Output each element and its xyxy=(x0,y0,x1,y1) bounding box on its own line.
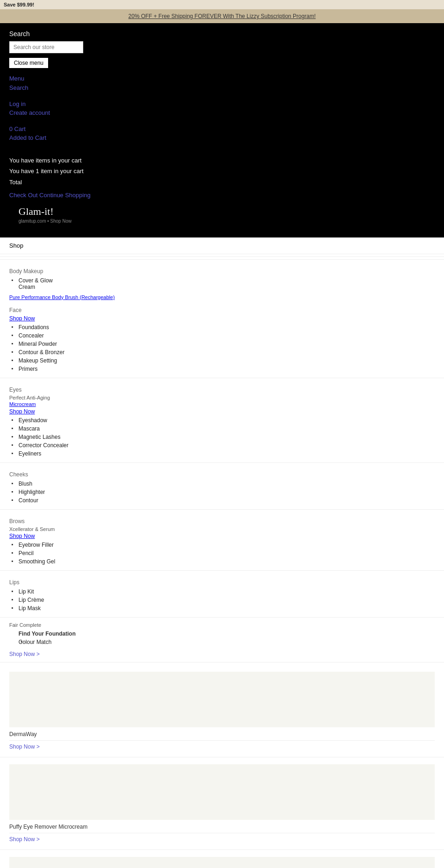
cart-total: Total xyxy=(9,177,435,187)
nav-search-link[interactable]: Search xyxy=(9,84,435,91)
product-puffy-eye: Puffy Eye Remover Microcream Shop Now > xyxy=(0,757,444,850)
list-item[interactable]: Eyebrow Filler xyxy=(9,541,435,549)
product-shop-now-link[interactable]: Shop Now > xyxy=(9,743,40,750)
top-nav-shop[interactable]: Shop xyxy=(0,237,444,254)
product-dermaWay: DermaWay Shop Now > xyxy=(0,665,444,757)
search-panel: Search Close menu Menu Search Log in Cre… xyxy=(0,23,444,237)
save-badge[interactable]: Save $99.99! xyxy=(0,0,38,9)
cheeks-section: Cheeks Blush Highlighter Contour xyxy=(0,465,444,507)
magnetic-lashes-link[interactable]: Magnetic Lashes xyxy=(18,434,61,440)
shop-now-link[interactable]: Shop Now xyxy=(9,315,35,322)
face-section: Face Shop Now Foundations Concealer Mine… xyxy=(0,301,444,375)
lips-title: Lips xyxy=(9,579,435,586)
shop-now-brows-link[interactable]: Shop Now xyxy=(9,533,35,539)
list-item[interactable]: Mineral Powder xyxy=(9,340,435,348)
product-image xyxy=(9,764,435,820)
cheeks-list: Blush Highlighter Contour xyxy=(9,480,435,505)
list-item[interactable]: Lip Crème xyxy=(9,596,435,604)
lips-list: Lip Kit Lip Crème Lip Mask xyxy=(9,587,435,612)
product-real-complexion: Real Complexion Cream Shop Now > xyxy=(0,850,444,868)
microcream-link[interactable]: Microcream xyxy=(9,401,36,407)
xcellerator-text: Xcellerator & Serum xyxy=(9,526,55,532)
product-image xyxy=(9,857,435,868)
list-item[interactable]: Primers xyxy=(9,365,435,373)
product-shop-now-link[interactable]: Shop Now > xyxy=(9,836,40,843)
colour-match-link[interactable]: Colour Match xyxy=(18,639,51,645)
cover-glow-link[interactable]: Cover & GlowCream xyxy=(18,277,53,290)
face-list: Foundations Concealer Mineral Powder Con… xyxy=(9,323,435,373)
continue-shopping-link[interactable]: Continue Shopping xyxy=(39,192,91,199)
list-item[interactable]: Eyeshadow xyxy=(9,416,435,425)
lip-creme-link[interactable]: Lip Crème xyxy=(18,597,44,603)
list-item[interactable]: Cover & GlowCream xyxy=(9,276,435,291)
logo-text: Glam-it! xyxy=(18,206,426,218)
eyebrow-filler-link[interactable]: Eyebrow Filler xyxy=(18,542,54,548)
shop-now-eyes-overlap: Shop Now xyxy=(9,408,435,415)
list-item[interactable]: Blush xyxy=(9,480,435,488)
cart-info: You have items in your cart You have 1 i… xyxy=(9,155,435,201)
list-item[interactable]: Eyeliners xyxy=(9,450,435,458)
shop-now-bottom-link[interactable]: Shop Now > xyxy=(0,649,444,660)
cart-items-text: You have items in your cart xyxy=(9,155,435,166)
body-makeup-list: Cover & GlowCream xyxy=(9,276,435,291)
eyeshadow-link[interactable]: Eyeshadow xyxy=(18,417,47,424)
list-item[interactable]: Foundations xyxy=(9,323,435,331)
body-makeup-section: Body Makeup Cover & GlowCream xyxy=(0,262,444,293)
lip-kit-link[interactable]: Lip Kit xyxy=(18,588,34,595)
list-item[interactable]: Lip Kit xyxy=(9,587,435,596)
find-foundation-header: Find Your Foundation xyxy=(9,629,435,638)
blush-link[interactable]: Blush xyxy=(18,481,32,487)
list-item[interactable]: Mascara xyxy=(9,425,435,433)
nav-login-link[interactable]: Log in xyxy=(9,100,435,107)
list-item[interactable]: Concealer xyxy=(9,331,435,340)
perfect-anti-aging-text: Perfect Anti-Aging xyxy=(9,395,50,400)
cart-link[interactable]: 0 Cart xyxy=(9,125,435,132)
shop-now-overlap: Shop Now xyxy=(9,315,435,322)
save-badge-link[interactable]: Save $99.99! xyxy=(4,2,34,7)
nav-menu-link[interactable]: Menu xyxy=(9,75,435,82)
close-menu-button[interactable]: Close menu xyxy=(9,58,48,68)
shop-link[interactable]: Shop xyxy=(9,242,23,249)
shop-now-eyes-link[interactable]: Shop Now xyxy=(9,408,35,415)
eyes-list: Eyeshadow Mascara Magnetic Lashes Correc… xyxy=(9,416,435,458)
brows-title: Brows xyxy=(9,518,435,525)
pure-performance-link[interactable]: Pure Performance Body Brush (Rechargeabl… xyxy=(9,294,115,300)
find-foundation-section: Fair Complete Find Your Foundation Colou… xyxy=(0,620,444,649)
colour-match-item[interactable]: Colour Match xyxy=(9,638,435,646)
list-item[interactable]: Corrector Concealer xyxy=(9,441,435,450)
added-to-cart-link[interactable]: Added to Cart xyxy=(9,134,435,141)
eyeliners-link[interactable]: Eyeliners xyxy=(18,450,41,457)
mascara-link[interactable]: Mascara xyxy=(18,425,40,432)
search-label: Search xyxy=(9,30,435,37)
cart-links: 0 Cart Added to Cart xyxy=(9,125,435,141)
product-image xyxy=(9,672,435,727)
logo-area: Glam-it! glamitup.com • Shop Now xyxy=(9,201,435,231)
list-item[interactable]: Pencil xyxy=(9,549,435,557)
contour-link[interactable]: Contour xyxy=(18,497,38,504)
list-item[interactable]: Contour & Bronzer xyxy=(9,348,435,356)
pencil-link[interactable]: Pencil xyxy=(18,550,34,556)
list-item[interactable]: Contour xyxy=(9,496,435,505)
promo-link[interactable]: 20% OFF + Free Shipping FOREVER With The… xyxy=(129,13,316,19)
checkout-link[interactable]: Check Out xyxy=(9,192,37,199)
list-item[interactable]: Magnetic Lashes xyxy=(9,433,435,441)
foundations-link[interactable]: Foundations xyxy=(18,324,49,331)
highlighter-link[interactable]: Highlighter xyxy=(18,489,45,495)
search-input[interactable] xyxy=(9,41,83,53)
mineral-powder-link[interactable]: Mineral Powder xyxy=(18,341,57,347)
corrector-concealer-link[interactable]: Corrector Concealer xyxy=(18,442,68,449)
primers-link[interactable]: Primers xyxy=(18,366,37,372)
list-item[interactable]: Makeup Setting xyxy=(9,356,435,365)
smoothing-gel-link[interactable]: Smoothing Gel xyxy=(18,558,55,565)
lip-mask-link[interactable]: Lip Mask xyxy=(18,605,41,612)
makeup-setting-link[interactable]: Makeup Setting xyxy=(18,357,57,364)
xcellerator-overlap: Xcellerator & Serum xyxy=(9,526,435,532)
list-item[interactable]: Highlighter xyxy=(9,488,435,496)
list-item[interactable]: Lip Mask xyxy=(9,604,435,612)
anti-aging-overlap: Perfect Anti-Aging xyxy=(9,395,435,400)
nav-create-account-link[interactable]: Create account xyxy=(9,109,435,116)
contour-bronzer-link[interactable]: Contour & Bronzer xyxy=(18,349,64,356)
body-makeup-title: Body Makeup xyxy=(9,268,435,275)
concealer-link[interactable]: Concealer xyxy=(18,332,44,339)
list-item[interactable]: Smoothing Gel xyxy=(9,557,435,566)
